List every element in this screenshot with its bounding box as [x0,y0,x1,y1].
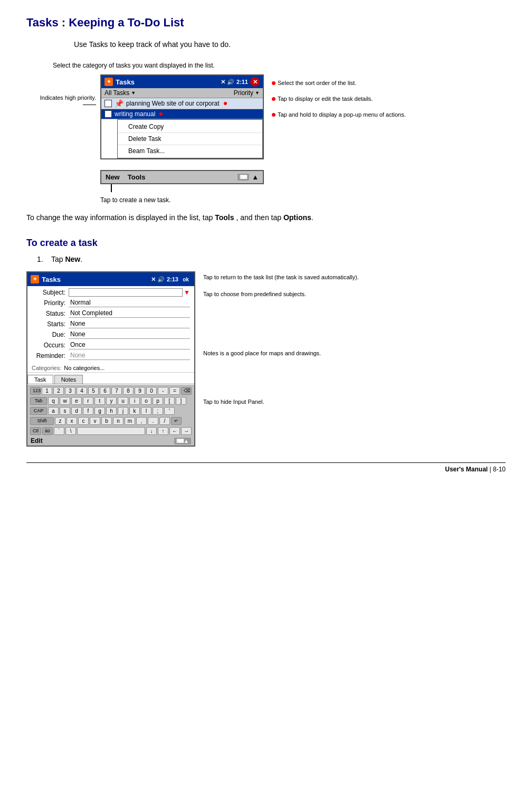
task-item-1[interactable]: 📌 planning Web site of our corporat [101,98,263,109]
kb-123[interactable]: 123 [30,387,41,395]
kb-shift[interactable]: Shift [30,417,54,425]
kb-rbracket[interactable]: ] [176,397,186,405]
starts-value[interactable]: None [69,319,190,328]
kb-q[interactable]: q [48,397,59,405]
kb-left[interactable]: ← [169,427,180,435]
kb-semicolon[interactable]: ; [153,407,163,415]
kb-x[interactable]: x [66,417,77,425]
task-checkbox-2[interactable] [104,110,112,118]
categories-value[interactable]: No categories... [64,365,104,371]
kb-enter[interactable]: ↵ [171,417,182,425]
kb-right[interactable]: → [181,427,192,435]
new-button[interactable]: New [106,173,120,181]
kb-h[interactable]: h [106,407,117,415]
occurs-value[interactable]: Once [69,340,190,349]
kb-6[interactable]: 6 [100,387,110,395]
kb-backslash[interactable]: \ [65,427,76,435]
status-label: Status: [32,310,69,317]
kb-f[interactable]: f [83,407,93,415]
kb-r[interactable]: r [83,397,93,405]
tab-notes[interactable]: Notes [54,375,83,384]
tab-task[interactable]: Task [27,375,53,384]
subject-input[interactable] [69,288,183,297]
kb-m[interactable]: m [125,417,135,425]
kb-8[interactable]: 8 [123,387,134,395]
kb-slash[interactable]: / [159,417,170,425]
popup-create-copy[interactable]: Create Copy [118,121,262,133]
kb-d[interactable]: d [71,407,82,415]
kb-y[interactable]: y [106,397,117,405]
priority-label[interactable]: Priority [234,89,253,97]
kb-g[interactable]: g [94,407,105,415]
kb-2[interactable]: 2 [53,387,64,395]
kb-k[interactable]: k [129,407,140,415]
due-value[interactable]: None [69,330,190,339]
kb-u[interactable]: u [118,397,128,405]
kb-auu[interactable]: áü [42,427,53,435]
kb-backtick[interactable]: ` [54,427,64,435]
kb-7[interactable]: 7 [111,387,122,395]
kb-equals[interactable]: = [169,387,180,395]
priority-value[interactable]: Normal [69,298,190,307]
task-checkbox-1[interactable] [104,100,112,107]
kb-up[interactable]: ↑ [158,427,168,435]
kb-v[interactable]: v [90,417,100,425]
kb-5[interactable]: 5 [88,387,99,395]
kb-space[interactable] [77,427,145,435]
kb-l[interactable]: l [141,407,151,415]
tools-button[interactable]: Tools [128,173,146,181]
keyboard-toggle-icon[interactable]: ⌨▲ [174,438,191,444]
kb-backspace[interactable]: ⌫ [181,387,192,395]
status-value[interactable]: Not Completed [69,309,190,318]
ok-button[interactable]: ok [180,274,191,285]
kb-9[interactable]: 9 [135,387,145,395]
device-toolbar: New Tools ⌨ ▲ [100,170,264,184]
all-tasks-dropdown[interactable]: ▼ [131,90,136,96]
popup-beam-task[interactable]: Beam Task... [118,145,262,157]
step-1-number: 1. [37,255,43,263]
kb-a[interactable]: a [48,407,59,415]
kb-s[interactable]: s [60,407,70,415]
toolbar-up-arrow[interactable]: ▲ [252,173,259,181]
time-display-2: 2:13 [167,276,178,282]
kb-z[interactable]: z [55,417,65,425]
kb-j[interactable]: j [118,407,128,415]
reminder-value[interactable]: None [69,351,190,360]
kb-c[interactable]: c [78,417,89,425]
change-way-static: To change the way information is display… [26,213,213,222]
all-tasks-label[interactable]: All Tasks [104,89,129,97]
kb-3[interactable]: 3 [65,387,75,395]
kb-comma[interactable]: , [136,417,147,425]
kb-cap[interactable]: CAP [30,407,47,415]
windows-logo-icon: ✦ [104,78,113,86]
keyboard-icon[interactable]: ⌨ [238,174,249,181]
popup-delete-task[interactable]: Delete Task [118,133,262,145]
kb-t[interactable]: t [94,397,105,405]
kb-n[interactable]: n [113,417,124,425]
kb-e[interactable]: e [71,397,82,405]
keyboard-area: 123 1 2 3 4 5 6 7 8 9 0 - = ⌫ Tab q w e [27,385,194,436]
close-button[interactable]: ✕ [250,77,260,87]
kb-b[interactable]: b [101,417,112,425]
kb-quote[interactable]: ' [164,407,175,415]
kb-tab[interactable]: Tab [30,397,47,405]
priority-dropdown[interactable]: ▼ [255,90,260,96]
footer: User's Manual | 8-10 [26,462,506,473]
edit-label[interactable]: Edit [31,437,43,444]
kb-ctrl[interactable]: Ctl [30,427,41,435]
task-item-2[interactable]: writing manual [101,109,263,119]
kb-w[interactable]: w [60,397,70,405]
kb-down[interactable]: ↓ [146,427,157,435]
kb-o[interactable]: o [141,397,151,405]
kb-i[interactable]: i [129,397,140,405]
status-row: Status: Not Completed [32,309,190,318]
kb-4[interactable]: 4 [77,387,87,395]
kb-minus[interactable]: - [158,387,168,395]
kb-lbracket[interactable]: [ [164,397,175,405]
subject-dropdown-arrow[interactable]: ▼ [184,289,190,296]
reminder-label: Reminder: [32,352,69,359]
kb-period[interactable]: . [148,417,158,425]
kb-p[interactable]: p [153,397,163,405]
kb-1[interactable]: 1 [42,387,52,395]
kb-0[interactable]: 0 [146,387,157,395]
